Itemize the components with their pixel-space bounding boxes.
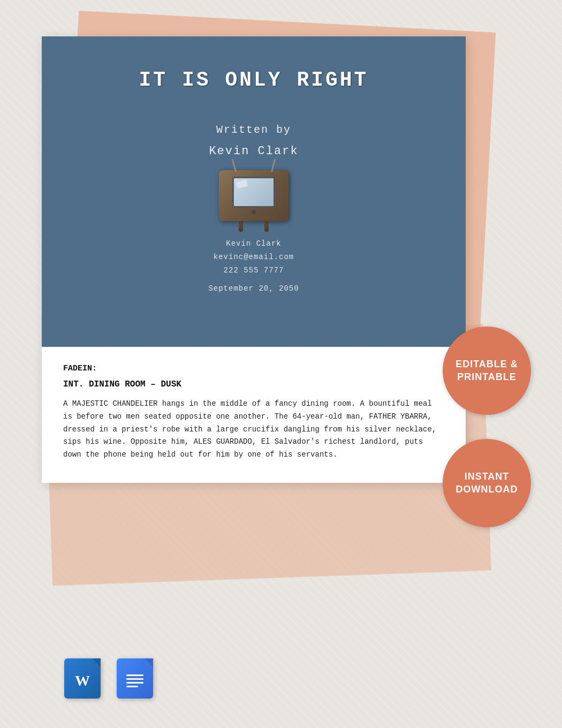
script-body-text: A MAJESTIC CHANDELIER hangs in the middl… [63, 398, 444, 461]
cover-title: IT IS ONLY RIGHT [139, 69, 369, 92]
word-icon-letter: W [75, 672, 90, 689]
tv-screen [232, 177, 275, 208]
script-scene-heading: INT. DINING ROOM – DUSK [63, 380, 444, 389]
badge-editable: EDITABLE &PRINTABLE [443, 327, 531, 415]
cover-written-by: Written by [216, 124, 291, 136]
cover-section: IT IS ONLY RIGHT Written by Kevin Clark … [42, 36, 466, 347]
tv-leg-left [239, 221, 243, 232]
content-section: FADEIN: INT. DINING ROOM – DUSK A MAJEST… [42, 347, 466, 483]
script-fadein: FADEIN: [63, 364, 444, 373]
docs-line-3 [126, 682, 143, 684]
tv-body [219, 170, 288, 221]
docs-line-4 [126, 686, 138, 687]
cover-contact: Kevin Clark kevinc@email.com 222 555 777… [214, 237, 294, 278]
docs-line-1 [126, 674, 143, 676]
docs-line-2 [126, 678, 143, 680]
cover-author-name: Kevin Clark [209, 145, 298, 158]
tv-antenna-right [271, 158, 276, 172]
tv-leg-right [264, 221, 269, 232]
contact-name: Kevin Clark [214, 237, 294, 251]
cover-date: September 20, 2050 [208, 284, 299, 293]
tv-antenna-left [232, 158, 237, 172]
icons-row: W [64, 658, 153, 699]
docs-lines [126, 674, 143, 687]
main-card: IT IS ONLY RIGHT Written by Kevin Clark … [42, 36, 466, 483]
docs-icon [117, 658, 153, 699]
word-icon: W [64, 658, 101, 699]
badge-download-text: INSTANTDOWNLOAD [456, 471, 518, 496]
badge-download: INSTANTDOWNLOAD [443, 439, 531, 527]
tv-illustration [211, 169, 297, 233]
tv-knob [252, 210, 256, 214]
badge-editable-text: EDITABLE &PRINTABLE [455, 358, 518, 383]
contact-phone: 222 555 7777 [214, 264, 294, 277]
tv-legs [239, 221, 269, 232]
contact-email: kevinc@email.com [214, 251, 294, 264]
